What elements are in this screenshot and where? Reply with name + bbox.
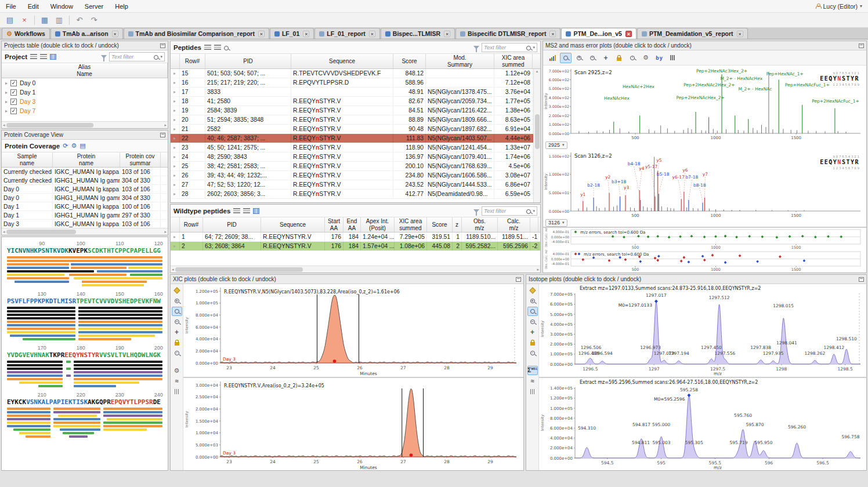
- column-header-sequence[interactable]: Sequence: [291, 54, 393, 68]
- column-header-pid[interactable]: PID: [205, 54, 291, 68]
- column-header-alias-name[interactable]: AliasName: [2, 63, 168, 78]
- chart-view-icon[interactable]: ▦: [38, 14, 51, 26]
- gear-icon[interactable]: ⚙: [172, 366, 182, 375]
- lock-icon[interactable]: [172, 338, 182, 347]
- column-header-score[interactable]: Score: [427, 217, 453, 232]
- refresh-icon[interactable]: ⟳: [63, 143, 68, 149]
- table-row[interactable]: ▸282602; 2603; 3856; 3...R.EEQYnSTYR.V41…: [171, 190, 540, 199]
- text-filter-input[interactable]: Text filter▾: [482, 43, 537, 52]
- scan-select-dropdown[interactable]: 2925▾: [545, 141, 567, 149]
- column-header-z[interactable]: z: [453, 217, 462, 232]
- table-row[interactable]: ▸263; 2608; 3864R.EEQYNSTYR.V1761841.57e…: [171, 242, 540, 251]
- close-tab-icon[interactable]: ×: [303, 31, 309, 37]
- move-icon[interactable]: +: [527, 328, 538, 337]
- zoom-reset-icon[interactable]: ·: [172, 348, 182, 358]
- column-header-obs-m-z[interactable]: Obs.m/z: [462, 217, 498, 232]
- tab-tmab-and-biosimilar-comparison-report[interactable]: TmAb and Biosimilar Comparison_report×: [124, 28, 269, 39]
- settings-icon[interactable]: ⚙: [71, 143, 77, 149]
- close-tab-icon[interactable]: ×: [444, 31, 450, 37]
- table-row[interactable]: ▸2345; 50; 1241; 2575; ...R.EEQYnSTYR.V1…: [171, 143, 540, 152]
- table-row[interactable]: ▸2051; 2594; 3835; 3848R.EEQYnSTYR.V88.8…: [171, 115, 540, 125]
- tag-icon[interactable]: [527, 286, 538, 295]
- move-icon[interactable]: +: [600, 53, 612, 63]
- close-tab-icon[interactable]: ×: [369, 31, 375, 37]
- checkbox[interactable]: ✓: [10, 99, 17, 105]
- column-header-sequence[interactable]: Sequence: [261, 217, 325, 232]
- by-ions-icon[interactable]: by: [653, 53, 665, 63]
- column-header-end-aa[interactable]: EndAA: [343, 217, 361, 232]
- text-filter-input[interactable]: Text filter▾: [482, 206, 537, 216]
- tab-ptm-deamidation-v5-report[interactable]: PTM_Deamidation_v5_report×: [637, 28, 748, 39]
- menu-item-file[interactable]: File: [6, 3, 16, 10]
- lock-icon[interactable]: [527, 338, 538, 347]
- zoom-out-icon[interactable]: −: [172, 317, 182, 326]
- zoom-reset-icon[interactable]: ·: [527, 348, 538, 358]
- table-row[interactable]: Day 0IGHG1_HUMAN Ig gamma-1304 of 330: [2, 194, 168, 202]
- wave-icon[interactable]: ≈: [527, 376, 538, 386]
- undock-icon[interactable]: [859, 277, 864, 282]
- column-header-protein-name[interactable]: Proteinname: [53, 152, 120, 167]
- close-tab-icon[interactable]: ×: [258, 31, 265, 37]
- column-header-xic-area-summed[interactable]: XIC areasummed: [494, 54, 533, 68]
- comb-icon[interactable]: [172, 387, 182, 396]
- table-row[interactable]: ▸2747; 52; 53; 1220; 12...R.EEQYnSTYR.V2…: [171, 180, 540, 190]
- columns-icon[interactable]: [253, 208, 259, 214]
- column-header-sample-name[interactable]: Samplename: [2, 152, 53, 167]
- zoom-region-icon[interactable]: [527, 307, 538, 316]
- zoom-region-icon[interactable]: [172, 307, 182, 316]
- ms2-spectrum-2[interactable]: 1.500e+021.000e+025.000e+010.000e+005001…: [543, 149, 866, 219]
- mass-error-plot-1[interactable]: 4.000e-010.000e+00-4.000e-0150010001500m…: [543, 228, 866, 250]
- vertical-scrollbar[interactable]: ▴: [533, 69, 540, 202]
- sum-ms1-icon[interactable]: ΣMS1: [527, 366, 538, 375]
- filter-search-icon[interactable]: [526, 42, 531, 53]
- list-icon[interactable]: ▤: [79, 143, 85, 149]
- tree-view-icon[interactable]: [40, 54, 47, 60]
- menu-item-server[interactable]: Server: [85, 3, 103, 10]
- table-row[interactable]: ▸2538; 42; 2581; 2583; ...R.EEQYnSTYR.V2…: [171, 162, 540, 171]
- open-workflow-icon[interactable]: ▤: [3, 14, 16, 26]
- text-filter-input[interactable]: Text filter▾: [109, 52, 165, 61]
- tab-ptm-de-ion-v5[interactable]: PTM_De...ion_v5×: [561, 28, 636, 39]
- filter-funnel-icon[interactable]: [473, 209, 479, 213]
- close-tab-icon[interactable]: ×: [625, 31, 632, 37]
- zoom-in-icon[interactable]: +: [527, 296, 538, 306]
- table-row[interactable]: Currently checkedIGHG1_HUMAN Ig gamma-13…: [2, 176, 168, 185]
- move-icon[interactable]: +: [172, 328, 182, 337]
- filter-search-icon[interactable]: [154, 52, 158, 62]
- filter-search-icon[interactable]: [526, 206, 531, 216]
- zoom-region-icon[interactable]: [560, 53, 572, 63]
- table-row[interactable]: ▸2448; 2590; 3843R.EEQYnSTYR.V136.97N5(N…: [171, 152, 540, 162]
- table-row[interactable]: Day 0IGKC_HUMAN Ig kappa103 of 106: [2, 185, 168, 194]
- tag-icon[interactable]: [172, 286, 182, 295]
- tab-bispecific-dtlmisr-report[interactable]: Bispecific DTLMISR_report×: [455, 28, 560, 39]
- horizontal-scrollbar[interactable]: ◂▸: [2, 121, 168, 128]
- column-header-pid[interactable]: PID: [203, 217, 261, 232]
- zoom-in-icon[interactable]: +: [573, 53, 585, 63]
- table-row[interactable]: ▸15501; 503; 504; 507; ...R.TPEVTCVVVDVS…: [171, 69, 540, 78]
- sequence-coverage-map[interactable]: 90100110120YICNVNHKPSNTKVDKKVEPKSCDKTHTC…: [2, 237, 168, 444]
- filter-funnel-icon[interactable]: [101, 55, 107, 59]
- user-menu[interactable]: Lucy (Editor)▾: [815, 3, 862, 10]
- menu-item-edit[interactable]: Edit: [28, 3, 39, 10]
- list-view-icon[interactable]: [233, 208, 240, 214]
- tab-bispec-tlmisr[interactable]: Bispec...TLMISR×: [381, 28, 455, 39]
- menu-item-help[interactable]: Help: [115, 3, 128, 10]
- list-view-icon[interactable]: [204, 45, 211, 50]
- ms2-spectrum-1[interactable]: 7.000e+026.000e+025.000e+024.000e+023.00…: [543, 66, 866, 141]
- comb-icon[interactable]: [667, 53, 678, 63]
- table-row[interactable]: ▸212582R.EEQYnSTYR.V90.48N5(NGlycan/1897…: [171, 125, 540, 134]
- column-header-score[interactable]: Score: [393, 54, 426, 68]
- zoom-out-icon[interactable]: −: [527, 317, 538, 326]
- column-header-row[interactable]: Row#: [180, 217, 203, 232]
- column-header-col[interactable]: [530, 217, 538, 232]
- table-row[interactable]: ▸2639; 43; 44; 49; 1232;...R.EEQYnSTYR.V…: [171, 171, 540, 180]
- undock-icon[interactable]: [859, 43, 864, 48]
- xic-plot-2[interactable]: 3.000e+042.500e+042.000e+041.500e+041.00…: [183, 377, 523, 471]
- spectrum-icon[interactable]: [547, 53, 558, 63]
- table-row[interactable]: ▸1841; 2580R.EEQYnSTYR.V82.67N5(NGlycan/…: [171, 97, 540, 106]
- table-row[interactable]: Day 1IGKC_HUMAN Ig kappa100 of 106: [2, 202, 168, 211]
- menu-item-window[interactable]: Window: [50, 3, 73, 10]
- zoom-out-icon[interactable]: −: [587, 53, 598, 63]
- zoom-reset-icon[interactable]: ·: [627, 53, 638, 63]
- table-row[interactable]: ▸164; 72; 2609; 38...R.EEQYNSTYR.V176184…: [171, 232, 540, 242]
